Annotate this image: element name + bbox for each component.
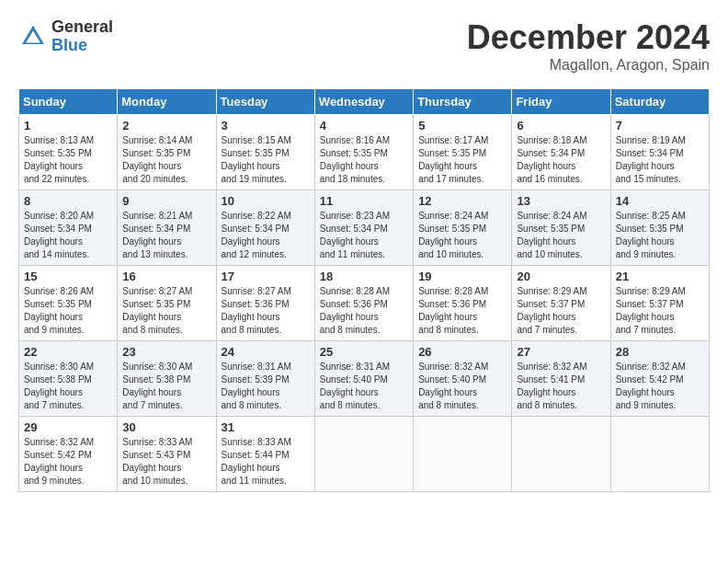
day-info: Sunrise: 8:30 AMSunset: 5:38 PMDaylight …	[24, 362, 94, 410]
calendar-header-cell: Friday	[512, 89, 610, 115]
calendar-cell: 5 Sunrise: 8:17 AMSunset: 5:35 PMDayligh…	[414, 115, 512, 190]
calendar-week-row: 15 Sunrise: 8:26 AMSunset: 5:35 PMDaylig…	[19, 266, 710, 341]
day-info: Sunrise: 8:32 AMSunset: 5:40 PMDaylight …	[418, 362, 488, 410]
calendar-body: 1 Sunrise: 8:13 AMSunset: 5:35 PMDayligh…	[19, 115, 710, 492]
day-info: Sunrise: 8:31 AMSunset: 5:39 PMDaylight …	[222, 362, 291, 410]
day-number: 25	[320, 345, 408, 359]
calendar-cell: 26 Sunrise: 8:32 AMSunset: 5:40 PMDaylig…	[414, 341, 512, 417]
location: Magallon, Aragon, Spain	[467, 57, 710, 74]
day-info: Sunrise: 8:22 AMSunset: 5:34 PMDaylight …	[222, 211, 291, 259]
calendar-cell: 19 Sunrise: 8:28 AMSunset: 5:36 PMDaylig…	[414, 266, 512, 341]
day-number: 19	[418, 270, 506, 283]
calendar-cell: 12 Sunrise: 8:24 AMSunset: 5:35 PMDaylig…	[414, 190, 512, 266]
calendar-header-row: SundayMondayTuesdayWednesdayThursdayFrid…	[19, 89, 710, 115]
day-number: 5	[418, 119, 506, 132]
logo-icon	[18, 22, 48, 52]
day-number: 22	[24, 345, 112, 359]
calendar-week-row: 8 Sunrise: 8:20 AMSunset: 5:34 PMDayligh…	[19, 190, 710, 266]
calendar-header-cell: Saturday	[610, 89, 709, 115]
day-number: 31	[222, 420, 310, 434]
day-info: Sunrise: 8:31 AMSunset: 5:40 PMDaylight …	[320, 362, 390, 410]
day-info: Sunrise: 8:27 AMSunset: 5:35 PMDaylight …	[122, 286, 192, 335]
day-number: 14	[616, 194, 704, 208]
calendar-table: SundayMondayTuesdayWednesdayThursdayFrid…	[18, 88, 710, 492]
logo: General Blue	[18, 18, 113, 55]
calendar-cell: 31 Sunrise: 8:33 AMSunset: 5:44 PMDaylig…	[216, 417, 314, 492]
title-block: December 2024 Magallon, Aragon, Spain	[467, 18, 710, 74]
day-info: Sunrise: 8:17 AMSunset: 5:35 PMDaylight …	[418, 135, 488, 184]
calendar-cell: 11 Sunrise: 8:23 AMSunset: 5:34 PMDaylig…	[314, 190, 413, 266]
calendar-cell: 6 Sunrise: 8:18 AMSunset: 5:34 PMDayligh…	[512, 115, 610, 190]
page-header: General Blue December 2024 Magallon, Ara…	[18, 18, 710, 74]
calendar-cell: 7 Sunrise: 8:19 AMSunset: 5:34 PMDayligh…	[610, 115, 709, 190]
day-number: 28	[616, 345, 704, 359]
day-info: Sunrise: 8:28 AMSunset: 5:36 PMDaylight …	[320, 286, 390, 335]
logo-text: General Blue	[51, 18, 113, 55]
calendar-cell: 2 Sunrise: 8:14 AMSunset: 5:35 PMDayligh…	[118, 115, 216, 190]
day-number: 29	[24, 420, 112, 434]
calendar-week-row: 1 Sunrise: 8:13 AMSunset: 5:35 PMDayligh…	[19, 115, 710, 190]
calendar-cell: 28 Sunrise: 8:32 AMSunset: 5:42 PMDaylig…	[610, 341, 709, 417]
calendar-cell: 1 Sunrise: 8:13 AMSunset: 5:35 PMDayligh…	[19, 115, 118, 190]
calendar-cell: 30 Sunrise: 8:33 AMSunset: 5:43 PMDaylig…	[118, 417, 216, 492]
calendar-cell	[414, 417, 512, 492]
calendar-header-cell: Tuesday	[216, 89, 314, 115]
day-info: Sunrise: 8:29 AMSunset: 5:37 PMDaylight …	[517, 286, 586, 335]
day-number: 2	[122, 119, 210, 132]
calendar-header-cell: Wednesday	[314, 89, 413, 115]
day-number: 18	[320, 270, 408, 283]
calendar-cell: 21 Sunrise: 8:29 AMSunset: 5:37 PMDaylig…	[610, 266, 709, 341]
day-number: 26	[418, 345, 506, 359]
day-number: 17	[222, 270, 310, 283]
day-info: Sunrise: 8:14 AMSunset: 5:35 PMDaylight …	[122, 135, 192, 184]
day-info: Sunrise: 8:25 AMSunset: 5:35 PMDaylight …	[616, 211, 686, 259]
calendar-cell: 10 Sunrise: 8:22 AMSunset: 5:34 PMDaylig…	[216, 190, 314, 266]
calendar-week-row: 29 Sunrise: 8:32 AMSunset: 5:42 PMDaylig…	[19, 417, 710, 492]
day-info: Sunrise: 8:32 AMSunset: 5:41 PMDaylight …	[517, 362, 586, 410]
day-info: Sunrise: 8:24 AMSunset: 5:35 PMDaylight …	[418, 211, 488, 259]
day-number: 15	[24, 270, 112, 283]
day-number: 12	[418, 194, 506, 208]
day-number: 23	[122, 345, 210, 359]
month-title: December 2024	[467, 18, 710, 57]
day-number: 30	[122, 420, 210, 434]
day-info: Sunrise: 8:24 AMSunset: 5:35 PMDaylight …	[517, 211, 586, 259]
day-info: Sunrise: 8:29 AMSunset: 5:37 PMDaylight …	[616, 286, 686, 335]
calendar-cell: 8 Sunrise: 8:20 AMSunset: 5:34 PMDayligh…	[19, 190, 118, 266]
day-info: Sunrise: 8:20 AMSunset: 5:34 PMDaylight …	[24, 211, 94, 259]
day-number: 1	[24, 119, 112, 132]
day-info: Sunrise: 8:33 AMSunset: 5:44 PMDaylight …	[222, 437, 291, 486]
day-info: Sunrise: 8:23 AMSunset: 5:34 PMDaylight …	[320, 211, 390, 259]
calendar-cell: 27 Sunrise: 8:32 AMSunset: 5:41 PMDaylig…	[512, 341, 610, 417]
day-info: Sunrise: 8:26 AMSunset: 5:35 PMDaylight …	[24, 286, 94, 335]
calendar-cell: 29 Sunrise: 8:32 AMSunset: 5:42 PMDaylig…	[19, 417, 118, 492]
day-info: Sunrise: 8:32 AMSunset: 5:42 PMDaylight …	[616, 362, 686, 410]
calendar-cell: 16 Sunrise: 8:27 AMSunset: 5:35 PMDaylig…	[118, 266, 216, 341]
calendar-cell: 22 Sunrise: 8:30 AMSunset: 5:38 PMDaylig…	[19, 341, 118, 417]
calendar-cell: 18 Sunrise: 8:28 AMSunset: 5:36 PMDaylig…	[314, 266, 413, 341]
day-number: 6	[517, 119, 605, 132]
day-info: Sunrise: 8:19 AMSunset: 5:34 PMDaylight …	[616, 135, 686, 184]
day-number: 16	[122, 270, 210, 283]
day-number: 27	[517, 345, 605, 359]
day-info: Sunrise: 8:33 AMSunset: 5:43 PMDaylight …	[122, 437, 192, 486]
day-info: Sunrise: 8:30 AMSunset: 5:38 PMDaylight …	[122, 362, 192, 410]
day-number: 9	[122, 194, 210, 208]
logo-general-text: General	[51, 18, 113, 37]
day-info: Sunrise: 8:27 AMSunset: 5:36 PMDaylight …	[222, 286, 291, 335]
day-number: 3	[222, 119, 310, 132]
calendar-cell	[512, 417, 610, 492]
day-number: 4	[320, 119, 408, 132]
calendar-cell: 3 Sunrise: 8:15 AMSunset: 5:35 PMDayligh…	[216, 115, 314, 190]
calendar-cell: 24 Sunrise: 8:31 AMSunset: 5:39 PMDaylig…	[216, 341, 314, 417]
calendar-cell: 25 Sunrise: 8:31 AMSunset: 5:40 PMDaylig…	[314, 341, 413, 417]
calendar-cell: 17 Sunrise: 8:27 AMSunset: 5:36 PMDaylig…	[216, 266, 314, 341]
calendar-cell: 23 Sunrise: 8:30 AMSunset: 5:38 PMDaylig…	[118, 341, 216, 417]
day-number: 8	[24, 194, 112, 208]
day-info: Sunrise: 8:15 AMSunset: 5:35 PMDaylight …	[222, 135, 291, 184]
calendar-cell	[610, 417, 709, 492]
day-number: 21	[616, 270, 704, 283]
calendar-cell: 20 Sunrise: 8:29 AMSunset: 5:37 PMDaylig…	[512, 266, 610, 341]
day-number: 10	[222, 194, 310, 208]
day-info: Sunrise: 8:21 AMSunset: 5:34 PMDaylight …	[122, 211, 192, 259]
